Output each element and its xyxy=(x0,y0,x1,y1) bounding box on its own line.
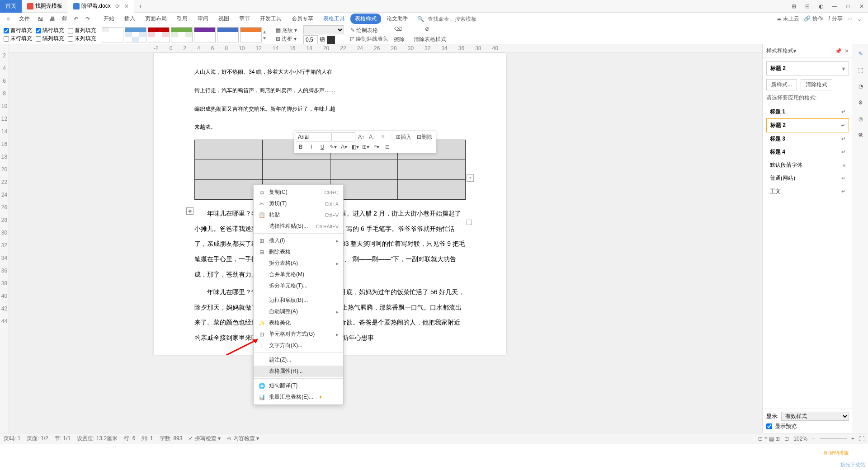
font-name-input[interactable] xyxy=(296,132,332,141)
tab-template[interactable]: 找照壳模板 xyxy=(22,0,68,13)
sb-shapes-icon[interactable]: ◔ xyxy=(856,81,866,91)
highlight-icon[interactable]: ✎▾ xyxy=(328,142,338,151)
tab-home[interactable]: 首页 xyxy=(0,0,22,13)
zoom-slider[interactable] xyxy=(820,438,847,439)
status-page[interactable]: 页码: 1 xyxy=(4,435,20,442)
draw-table-button[interactable]: ✎ 绘制表格 xyxy=(350,27,378,34)
chk-last-row[interactable]: 末行填充 xyxy=(4,35,32,42)
close-icon[interactable]: ✕ xyxy=(124,3,129,9)
preview-checkbox[interactable]: 显示预览 xyxy=(766,423,849,430)
grow-font-icon[interactable]: A↑ xyxy=(356,132,366,141)
preview-icon[interactable]: 🗐 xyxy=(59,14,70,24)
mini-insert-button[interactable]: ⊞插入 xyxy=(394,132,414,141)
gallery-down-icon[interactable]: ▾ xyxy=(263,35,269,41)
chk-first-col[interactable]: 首列填充 xyxy=(68,27,96,34)
ctx-text-direction[interactable]: ↕文字方向(X)... xyxy=(254,340,343,351)
table-move-handle[interactable]: ✥ xyxy=(186,207,193,215)
fullscreen-icon[interactable]: ⛶ xyxy=(859,436,864,442)
print-icon[interactable]: 🖶 xyxy=(47,14,58,24)
ctx-caption[interactable]: 题注(Z)... xyxy=(254,354,343,366)
smart-layout-button[interactable]: ⚙ 智能排版 xyxy=(823,450,849,456)
apps-icon[interactable]: ⊟ xyxy=(801,2,814,11)
menu-table-tools[interactable]: 表格工具 xyxy=(319,13,349,24)
gallery-up-icon[interactable]: ▴ xyxy=(263,28,269,35)
ctx-paste[interactable]: 📋粘贴Ctrl+V xyxy=(254,209,343,221)
ctx-cut[interactable]: ✂剪切(T)Ctrl+X xyxy=(254,198,343,209)
redo-icon[interactable]: ↷ xyxy=(82,14,93,24)
ctx-beautify[interactable]: ✨表格美化 xyxy=(254,317,343,329)
share-button[interactable]: ⤴ 分享 xyxy=(828,15,843,23)
menu-reference[interactable]: 引用 xyxy=(172,13,192,24)
ctx-paste-special[interactable]: 选择性粘贴(S)...Ctrl+Alt+V xyxy=(254,221,343,232)
tab-document[interactable]: 盼望着.docx⟳✕ xyxy=(68,0,134,13)
sb-styles-icon[interactable]: ✎ xyxy=(856,49,866,59)
draw-diagonal-button[interactable]: ◸ 绘制斜线表头 xyxy=(350,35,388,43)
menu-section[interactable]: 章节 xyxy=(235,13,255,24)
collapse-ribbon-icon[interactable]: ⌄ xyxy=(857,16,862,22)
avatar[interactable]: ◐ xyxy=(815,2,827,11)
font-size-input[interactable] xyxy=(333,132,355,141)
ctx-cell-align[interactable]: ⊡单元格对齐方式(G)▸ xyxy=(254,329,343,340)
chk-alt-col[interactable]: 隔列填充 xyxy=(36,35,64,42)
maximize-button[interactable]: □ xyxy=(842,2,854,11)
ctx-copy[interactable]: ⧉复制(C)Ctrl+C xyxy=(254,187,343,198)
ctx-split-table[interactable]: 拆分表格(A)▸ xyxy=(254,258,343,269)
menu-view[interactable]: 视图 xyxy=(214,13,234,24)
paragraph[interactable]: 人山人海，好不热闹。34 瞧，拎着大大小小行李箱的人在 街上行走，汽车的鸣笛声，… xyxy=(194,62,466,136)
view-mode-icons[interactable]: ⊡ ≡ ▤ ⊞ xyxy=(758,436,780,442)
coop-button[interactable]: 🔗 协作 xyxy=(804,15,823,23)
pen-style-select[interactable]: ──────── xyxy=(303,25,344,34)
mini-delete-button[interactable]: ⊟删除 xyxy=(415,132,434,141)
menu-table-style[interactable]: 表格样式 xyxy=(350,14,381,24)
shading-button[interactable]: ▦ 底纹 ▾ xyxy=(276,27,297,34)
menu-layout[interactable]: 页面布局 xyxy=(141,13,171,24)
font-color-icon[interactable]: A▾ xyxy=(339,142,349,151)
status-content-check[interactable]: ⊙ 内容检查 ▾ xyxy=(227,435,259,442)
show-select[interactable]: 有效样式 xyxy=(781,412,849,421)
menu-review[interactable]: 审阅 xyxy=(193,13,213,24)
ctx-split-cells[interactable]: 拆分单元格(T)... xyxy=(254,280,343,291)
tab-sync-icon[interactable]: ⟳ xyxy=(115,3,120,9)
ctx-insert[interactable]: ⊞插入(I)▸ xyxy=(254,235,343,246)
line-spacing-icon[interactable]: ≡ xyxy=(378,132,388,141)
save-icon[interactable]: 🖫 xyxy=(35,14,46,24)
minimize-button[interactable]: — xyxy=(828,2,841,11)
bold-icon[interactable]: B xyxy=(296,142,306,151)
menu-dev[interactable]: 开发工具 xyxy=(255,13,286,24)
style-body[interactable]: 正文↵ xyxy=(766,185,849,198)
menu-paper[interactable]: 论文助手 xyxy=(382,13,413,24)
align-icon[interactable]: ≡▾ xyxy=(372,142,382,151)
italic-icon[interactable]: I xyxy=(307,142,316,151)
menu-member[interactable]: 会员专享 xyxy=(287,13,318,24)
clear-style-button[interactable]: ⊘清除表格样式 xyxy=(410,25,450,44)
merge-icon[interactable]: ⊟ xyxy=(382,142,392,151)
ctx-border-shading[interactable]: 边框和底纹(B)... xyxy=(254,295,343,306)
tab-add[interactable]: + xyxy=(134,3,147,9)
style-heading3[interactable]: 标题 3↵ xyxy=(766,132,849,146)
status-spellcheck[interactable]: ✓ 拼写检查 ▾ xyxy=(189,435,221,442)
sb-tools-icon[interactable]: 🛠 xyxy=(856,130,866,140)
fit-icon[interactable]: ⊡ xyxy=(784,436,789,442)
panel-pin-icon[interactable]: 📌 xyxy=(835,48,842,54)
ctx-delete-table[interactable]: ⊟删除表格 xyxy=(254,246,343,258)
window-close-button[interactable]: ✕ xyxy=(855,2,868,11)
sb-nav-icon[interactable]: ◎ xyxy=(856,114,866,124)
search-input[interactable] xyxy=(426,14,485,24)
panel-close-icon[interactable]: ✕ xyxy=(844,48,849,54)
zoom-level[interactable]: 102% xyxy=(793,436,807,442)
pen-color-button[interactable] xyxy=(327,36,335,44)
ctx-table-properties[interactable]: 表格属性(R)... xyxy=(254,366,343,377)
menu-file[interactable]: 文件 xyxy=(14,13,34,24)
border-button[interactable]: ⊞ 边框 ▾ xyxy=(276,35,297,43)
style-heading2[interactable]: 标题 2↵ xyxy=(766,118,849,132)
underline-icon[interactable]: U xyxy=(317,142,327,151)
ctx-autofit[interactable]: 自动调整(A)▸ xyxy=(254,306,343,317)
status-words[interactable]: 字数: 893 xyxy=(160,435,183,442)
style-heading4[interactable]: 标题 4↵ xyxy=(766,146,849,159)
chk-last-col[interactable]: 末列填充 xyxy=(68,35,96,42)
style-default-font[interactable]: 默认段落字体a xyxy=(766,159,849,172)
undo-icon[interactable]: ↶ xyxy=(71,14,81,24)
hamburger-icon[interactable]: ≡ xyxy=(3,14,14,24)
menu-start[interactable]: 开始 xyxy=(99,13,119,24)
layout-icon[interactable]: ⊞ xyxy=(788,2,800,11)
